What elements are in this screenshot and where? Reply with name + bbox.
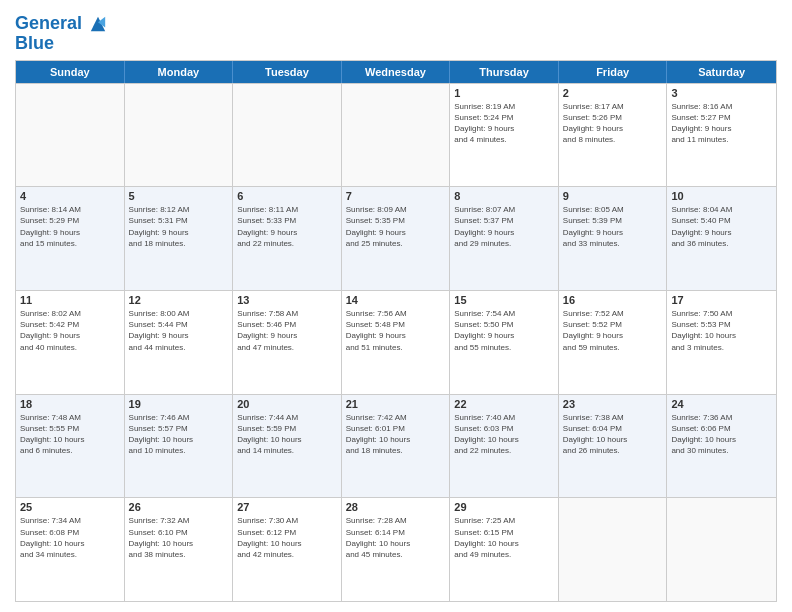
calendar: SundayMondayTuesdayWednesdayThursdayFrid… <box>15 60 777 602</box>
day-number: 19 <box>129 398 229 410</box>
calendar-cell-w2d3: 14Sunrise: 7:56 AM Sunset: 5:48 PM Dayli… <box>342 291 451 394</box>
logo: General Blue <box>15 14 107 54</box>
header: General Blue <box>15 10 777 54</box>
day-info: Sunrise: 8:17 AM Sunset: 5:26 PM Dayligh… <box>563 101 663 146</box>
day-number: 2 <box>563 87 663 99</box>
calendar-cell-w1d1: 5Sunrise: 8:12 AM Sunset: 5:31 PM Daylig… <box>125 187 234 290</box>
calendar-cell-w1d5: 9Sunrise: 8:05 AM Sunset: 5:39 PM Daylig… <box>559 187 668 290</box>
day-number: 6 <box>237 190 337 202</box>
calendar-cell-w2d6: 17Sunrise: 7:50 AM Sunset: 5:53 PM Dayli… <box>667 291 776 394</box>
day-number: 29 <box>454 501 554 513</box>
logo-blue-text: Blue <box>15 33 54 53</box>
calendar-cell-w4d2: 27Sunrise: 7:30 AM Sunset: 6:12 PM Dayli… <box>233 498 342 601</box>
calendar-cell-w4d4: 29Sunrise: 7:25 AM Sunset: 6:15 PM Dayli… <box>450 498 559 601</box>
calendar-cell-w0d5: 2Sunrise: 8:17 AM Sunset: 5:26 PM Daylig… <box>559 84 668 187</box>
day-info: Sunrise: 8:04 AM Sunset: 5:40 PM Dayligh… <box>671 204 772 249</box>
day-number: 3 <box>671 87 772 99</box>
header-day-thursday: Thursday <box>450 61 559 83</box>
day-info: Sunrise: 8:11 AM Sunset: 5:33 PM Dayligh… <box>237 204 337 249</box>
day-number: 1 <box>454 87 554 99</box>
calendar-cell-w2d4: 15Sunrise: 7:54 AM Sunset: 5:50 PM Dayli… <box>450 291 559 394</box>
day-number: 16 <box>563 294 663 306</box>
header-day-tuesday: Tuesday <box>233 61 342 83</box>
calendar-cell-w3d1: 19Sunrise: 7:46 AM Sunset: 5:57 PM Dayli… <box>125 395 234 498</box>
header-day-sunday: Sunday <box>16 61 125 83</box>
day-number: 20 <box>237 398 337 410</box>
calendar-header: SundayMondayTuesdayWednesdayThursdayFrid… <box>16 61 776 83</box>
day-number: 17 <box>671 294 772 306</box>
day-number: 4 <box>20 190 120 202</box>
day-info: Sunrise: 8:02 AM Sunset: 5:42 PM Dayligh… <box>20 308 120 353</box>
day-info: Sunrise: 8:14 AM Sunset: 5:29 PM Dayligh… <box>20 204 120 249</box>
day-info: Sunrise: 7:52 AM Sunset: 5:52 PM Dayligh… <box>563 308 663 353</box>
calendar-row-2: 11Sunrise: 8:02 AM Sunset: 5:42 PM Dayli… <box>16 290 776 394</box>
day-info: Sunrise: 7:36 AM Sunset: 6:06 PM Dayligh… <box>671 412 772 457</box>
day-info: Sunrise: 7:48 AM Sunset: 5:55 PM Dayligh… <box>20 412 120 457</box>
calendar-cell-w3d2: 20Sunrise: 7:44 AM Sunset: 5:59 PM Dayli… <box>233 395 342 498</box>
day-info: Sunrise: 8:16 AM Sunset: 5:27 PM Dayligh… <box>671 101 772 146</box>
day-number: 9 <box>563 190 663 202</box>
day-info: Sunrise: 8:09 AM Sunset: 5:35 PM Dayligh… <box>346 204 446 249</box>
calendar-cell-w4d3: 28Sunrise: 7:28 AM Sunset: 6:14 PM Dayli… <box>342 498 451 601</box>
day-info: Sunrise: 7:54 AM Sunset: 5:50 PM Dayligh… <box>454 308 554 353</box>
calendar-body: 1Sunrise: 8:19 AM Sunset: 5:24 PM Daylig… <box>16 83 776 601</box>
logo-text: General <box>15 14 107 34</box>
calendar-row-0: 1Sunrise: 8:19 AM Sunset: 5:24 PM Daylig… <box>16 83 776 187</box>
day-number: 18 <box>20 398 120 410</box>
logo-general: General <box>15 13 82 33</box>
calendar-cell-w1d2: 6Sunrise: 8:11 AM Sunset: 5:33 PM Daylig… <box>233 187 342 290</box>
calendar-cell-w3d5: 23Sunrise: 7:38 AM Sunset: 6:04 PM Dayli… <box>559 395 668 498</box>
day-info: Sunrise: 7:44 AM Sunset: 5:59 PM Dayligh… <box>237 412 337 457</box>
day-number: 11 <box>20 294 120 306</box>
calendar-cell-w4d6 <box>667 498 776 601</box>
day-info: Sunrise: 7:38 AM Sunset: 6:04 PM Dayligh… <box>563 412 663 457</box>
calendar-cell-w2d2: 13Sunrise: 7:58 AM Sunset: 5:46 PM Dayli… <box>233 291 342 394</box>
day-number: 5 <box>129 190 229 202</box>
calendar-cell-w2d1: 12Sunrise: 8:00 AM Sunset: 5:44 PM Dayli… <box>125 291 234 394</box>
day-info: Sunrise: 8:00 AM Sunset: 5:44 PM Dayligh… <box>129 308 229 353</box>
calendar-cell-w4d5 <box>559 498 668 601</box>
day-info: Sunrise: 7:46 AM Sunset: 5:57 PM Dayligh… <box>129 412 229 457</box>
day-number: 7 <box>346 190 446 202</box>
day-info: Sunrise: 7:30 AM Sunset: 6:12 PM Dayligh… <box>237 515 337 560</box>
day-info: Sunrise: 7:50 AM Sunset: 5:53 PM Dayligh… <box>671 308 772 353</box>
logo-icon <box>89 15 107 33</box>
calendar-cell-w1d4: 8Sunrise: 8:07 AM Sunset: 5:37 PM Daylig… <box>450 187 559 290</box>
calendar-cell-w4d1: 26Sunrise: 7:32 AM Sunset: 6:10 PM Dayli… <box>125 498 234 601</box>
day-info: Sunrise: 7:34 AM Sunset: 6:08 PM Dayligh… <box>20 515 120 560</box>
calendar-cell-w0d6: 3Sunrise: 8:16 AM Sunset: 5:27 PM Daylig… <box>667 84 776 187</box>
calendar-row-1: 4Sunrise: 8:14 AM Sunset: 5:29 PM Daylig… <box>16 186 776 290</box>
calendar-cell-w3d0: 18Sunrise: 7:48 AM Sunset: 5:55 PM Dayli… <box>16 395 125 498</box>
calendar-cell-w0d3 <box>342 84 451 187</box>
day-info: Sunrise: 8:19 AM Sunset: 5:24 PM Dayligh… <box>454 101 554 146</box>
day-info: Sunrise: 7:56 AM Sunset: 5:48 PM Dayligh… <box>346 308 446 353</box>
calendar-cell-w2d5: 16Sunrise: 7:52 AM Sunset: 5:52 PM Dayli… <box>559 291 668 394</box>
day-info: Sunrise: 8:12 AM Sunset: 5:31 PM Dayligh… <box>129 204 229 249</box>
day-info: Sunrise: 7:32 AM Sunset: 6:10 PM Dayligh… <box>129 515 229 560</box>
day-number: 13 <box>237 294 337 306</box>
calendar-row-4: 25Sunrise: 7:34 AM Sunset: 6:08 PM Dayli… <box>16 497 776 601</box>
header-day-monday: Monday <box>125 61 234 83</box>
day-number: 24 <box>671 398 772 410</box>
calendar-cell-w1d0: 4Sunrise: 8:14 AM Sunset: 5:29 PM Daylig… <box>16 187 125 290</box>
page: General Blue SundayMondayTuesdayWednesda… <box>0 0 792 612</box>
day-number: 27 <box>237 501 337 513</box>
day-number: 10 <box>671 190 772 202</box>
day-info: Sunrise: 7:25 AM Sunset: 6:15 PM Dayligh… <box>454 515 554 560</box>
day-number: 26 <box>129 501 229 513</box>
calendar-cell-w3d4: 22Sunrise: 7:40 AM Sunset: 6:03 PM Dayli… <box>450 395 559 498</box>
day-info: Sunrise: 7:42 AM Sunset: 6:01 PM Dayligh… <box>346 412 446 457</box>
day-info: Sunrise: 7:40 AM Sunset: 6:03 PM Dayligh… <box>454 412 554 457</box>
day-number: 21 <box>346 398 446 410</box>
header-day-wednesday: Wednesday <box>342 61 451 83</box>
calendar-cell-w1d6: 10Sunrise: 8:04 AM Sunset: 5:40 PM Dayli… <box>667 187 776 290</box>
day-info: Sunrise: 7:58 AM Sunset: 5:46 PM Dayligh… <box>237 308 337 353</box>
calendar-cell-w0d2 <box>233 84 342 187</box>
day-number: 14 <box>346 294 446 306</box>
calendar-cell-w4d0: 25Sunrise: 7:34 AM Sunset: 6:08 PM Dayli… <box>16 498 125 601</box>
day-number: 23 <box>563 398 663 410</box>
calendar-cell-w0d0 <box>16 84 125 187</box>
day-number: 8 <box>454 190 554 202</box>
day-info: Sunrise: 8:07 AM Sunset: 5:37 PM Dayligh… <box>454 204 554 249</box>
calendar-cell-w3d3: 21Sunrise: 7:42 AM Sunset: 6:01 PM Dayli… <box>342 395 451 498</box>
